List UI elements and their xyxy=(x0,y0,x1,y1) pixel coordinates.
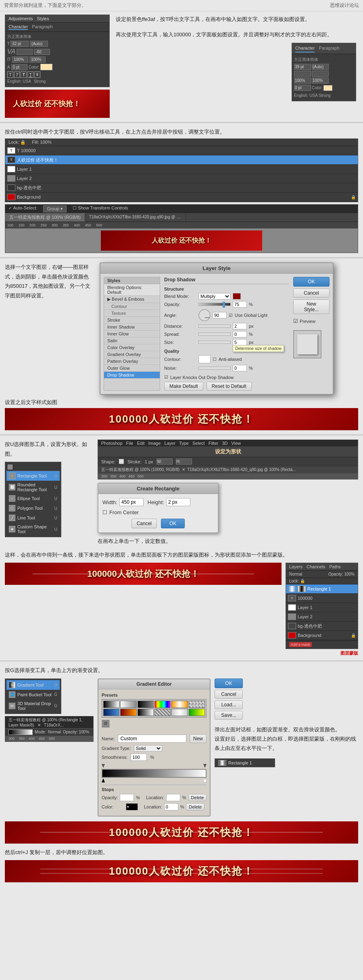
delete-stop-btn1[interactable]: Delete xyxy=(188,794,207,801)
contour-preview[interactable] xyxy=(198,355,211,363)
char2-pct2[interactable] xyxy=(312,77,329,84)
cancel-btn[interactable]: Cancel xyxy=(293,289,330,297)
stops-loc-input[interactable] xyxy=(166,794,180,801)
color-loc-input[interactable] xyxy=(164,803,178,810)
opacity-stop-left[interactable] xyxy=(102,764,105,768)
noise-input[interactable] xyxy=(233,365,247,371)
paths-tab4[interactable]: Paths xyxy=(330,564,341,569)
auto-input[interactable] xyxy=(30,41,48,47)
adjustments-tab[interactable]: Adjustments xyxy=(8,16,33,21)
rectangle-tool[interactable]: □ Rectangle Tool U xyxy=(6,471,60,481)
shadow-color-swatch[interactable] xyxy=(233,293,241,299)
tab1[interactable]: 五一特卖海报教程 @ 100% (RGB/8) xyxy=(5,213,85,222)
layer-100000-2[interactable]: T 100000 xyxy=(286,594,358,603)
ok-rect-btn[interactable]: OK xyxy=(161,519,185,528)
format-t3[interactable]: T xyxy=(21,71,27,78)
distance-slider[interactable] xyxy=(198,325,231,328)
add-mask-btn[interactable]: Add a mask xyxy=(289,642,312,647)
opacity-slider[interactable] xyxy=(198,303,231,306)
blend-mode-select[interactable]: Multiply xyxy=(198,293,231,299)
preset-black-trans[interactable] xyxy=(138,701,154,708)
gradient-type-select[interactable]: Solid xyxy=(134,745,162,752)
layers-tab4[interactable]: Layers xyxy=(289,564,302,569)
size-input[interactable] xyxy=(233,339,247,346)
preset-green-yellow[interactable] xyxy=(189,709,205,716)
cancel-rect-btn[interactable]: Cancel xyxy=(131,519,157,528)
gradient-bar[interactable] xyxy=(102,769,207,778)
3d-material-tool[interactable]: 3D 3D Material Drop Tool G xyxy=(6,699,60,712)
char-tab2[interactable]: Character xyxy=(295,44,315,53)
preset-silver[interactable] xyxy=(171,709,188,716)
anti-alias-checkbox[interactable]: ☐ xyxy=(213,357,217,362)
format-t2[interactable]: T xyxy=(14,71,20,78)
layer1-2[interactable]: Layer 1 xyxy=(286,603,358,612)
preset-stripe[interactable] xyxy=(154,709,171,716)
layer-bg-trans2[interactable]: bg-透色中肥 xyxy=(286,622,358,631)
new-gradient-btn[interactable]: New xyxy=(190,734,207,743)
layer-bg2[interactable]: Background 🔒 xyxy=(286,631,358,640)
inner-glow-item[interactable]: Inner Glow xyxy=(104,331,160,337)
stops-opacity-input[interactable] xyxy=(120,794,134,801)
format-t1[interactable]: T xyxy=(7,71,13,78)
preset-orange[interactable] xyxy=(171,701,188,708)
gradient-name-input[interactable] xyxy=(118,735,186,743)
layer-text1[interactable]: T 人砍过价 还不快抢！ xyxy=(5,155,358,165)
new-style-btn[interactable]: New Style... xyxy=(293,299,330,314)
height-input[interactable] xyxy=(166,498,190,506)
layer1[interactable]: Layer 1 xyxy=(5,165,358,174)
preview-checkbox[interactable]: ☑ xyxy=(293,318,298,324)
channels-tab4[interactable]: Channels xyxy=(307,564,325,569)
spread-slider[interactable] xyxy=(198,333,231,336)
preset-bw[interactable] xyxy=(103,701,119,708)
va-input1[interactable] xyxy=(17,49,33,55)
character-tab[interactable]: Character xyxy=(8,24,28,30)
opacity-stop-right[interactable] xyxy=(203,764,207,768)
char2-color[interactable] xyxy=(323,85,332,91)
char2-v1[interactable] xyxy=(294,71,311,77)
paragraph-tab[interactable]: Paragraph xyxy=(32,24,52,30)
angle-input[interactable] xyxy=(213,312,227,318)
from-center-checkbox[interactable]: ☐ xyxy=(102,509,107,515)
char2-pct1[interactable] xyxy=(294,77,311,84)
color-overlay-item[interactable]: Color Overlay xyxy=(104,344,160,351)
drop-shadow-item[interactable]: Drop Shadow xyxy=(104,372,160,379)
preset-gray[interactable] xyxy=(138,709,154,716)
font-size-input[interactable] xyxy=(10,41,29,47)
line-tool[interactable]: ╱ Line Tool U xyxy=(6,513,60,523)
preset-red-orange[interactable] xyxy=(120,709,136,716)
pattern-overlay-item[interactable]: Pattern Overlay xyxy=(104,358,160,365)
char2-pt[interactable] xyxy=(294,85,311,91)
satin-item[interactable]: Satin xyxy=(104,337,160,344)
a-input[interactable] xyxy=(11,64,27,70)
outer-glow-item[interactable]: Outer Glow xyxy=(104,365,160,372)
layer-t100000[interactable]: T T 100000 xyxy=(5,146,358,155)
angle-dial[interactable] xyxy=(198,309,211,321)
layer-bg-trans[interactable]: bg-透色中肥 xyxy=(5,183,358,193)
width-input[interactable] xyxy=(119,498,144,506)
inner-shadow-item[interactable]: Inner Shadow xyxy=(104,324,160,331)
noise-slider[interactable] xyxy=(198,366,231,370)
styles-tab[interactable]: Styles xyxy=(37,16,49,21)
gradient-tool[interactable]: G Gradient Tool G xyxy=(6,680,60,690)
blending-options-item[interactable]: Blending Options: Default xyxy=(104,284,160,296)
tab2[interactable]: T18aOrXqXcXXb2Tllbx-1680-420.jpg.q90.jpg… xyxy=(85,213,186,222)
distance-input[interactable] xyxy=(233,323,247,329)
rounded-rect-tool[interactable]: ⬜ Rounded Rectangle Tool U xyxy=(6,481,60,494)
preset-white-trans[interactable] xyxy=(120,701,136,708)
custom-shape-tool[interactable]: ★ Custom Shape Tool U xyxy=(6,523,60,536)
ok-btn[interactable]: OK xyxy=(293,277,330,287)
reset-default-btn[interactable]: Reset to Default xyxy=(207,382,252,391)
grad-save-btn[interactable]: Save... xyxy=(215,711,243,720)
char2-size[interactable] xyxy=(294,64,311,70)
texture-item[interactable]: Texture xyxy=(104,310,160,317)
layer2[interactable]: Layer 2 xyxy=(5,174,358,183)
ellipse-tool[interactable]: ○ Ellipse Tool U xyxy=(6,494,60,503)
gradient-overlay-item[interactable]: Gradient Overlay xyxy=(104,351,160,358)
paint-bucket-tool[interactable]: 🪣 Paint Bucket Tool G xyxy=(6,690,60,699)
color-stop-right[interactable] xyxy=(203,779,207,783)
layer2-2[interactable]: Layer 2 xyxy=(286,612,358,622)
transform-checkbox[interactable]: ☐ Show Transform Controls xyxy=(73,205,128,212)
gradient-preview-toolbar[interactable] xyxy=(8,729,33,735)
color-swatch[interactable] xyxy=(40,64,52,70)
stroke-item[interactable]: Stroke xyxy=(104,317,160,324)
